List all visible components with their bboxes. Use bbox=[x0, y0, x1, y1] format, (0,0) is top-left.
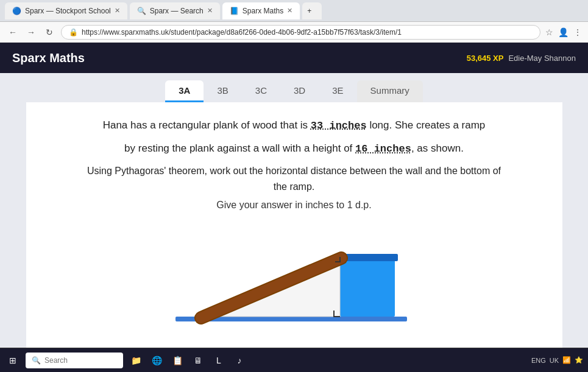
wall-rect bbox=[340, 257, 395, 317]
browser-tab-2[interactable]: 🔍 Sparx — Search ✕ bbox=[130, 2, 220, 19]
tab-3b[interactable]: 3B bbox=[204, 80, 241, 102]
profile-icon[interactable]: 👤 bbox=[558, 27, 569, 37]
user-info: 53,645 XP Edie-May Shannon bbox=[467, 54, 576, 63]
taskbar-browser[interactable]: 🌐 bbox=[149, 353, 165, 368]
tab-3d[interactable]: 3D bbox=[280, 80, 319, 102]
question-card: Hana has a rectangular plank of wood tha… bbox=[26, 102, 562, 348]
answer-prompt: Give your answer in inches to 1 d.p. bbox=[216, 200, 371, 211]
menu-icon[interactable]: ⋮ bbox=[573, 27, 582, 37]
forward-button[interactable]: → bbox=[24, 27, 38, 37]
taskbar-file-explorer[interactable]: 📁 bbox=[128, 353, 144, 368]
taskbar-right: ENG UK 📶 ⭐ bbox=[531, 356, 583, 364]
browser-tab-3[interactable]: 📘 Sparx Maths ✕ bbox=[222, 2, 300, 19]
highlight-16: 16 inches bbox=[355, 143, 411, 155]
bookmark-icon[interactable]: ☆ bbox=[545, 27, 553, 37]
taskbar-app2[interactable]: 🖥 bbox=[190, 353, 206, 368]
tab3-close[interactable]: ✕ bbox=[287, 7, 292, 15]
highlight-33: 33 inches bbox=[311, 120, 367, 132]
back-button[interactable]: ← bbox=[6, 27, 19, 37]
taskbar-app1[interactable]: 📋 bbox=[169, 353, 185, 368]
tab1-favicon: 🔵 bbox=[12, 7, 21, 15]
tab-3e[interactable]: 3E bbox=[319, 80, 356, 102]
xp-badge: 53,645 XP bbox=[467, 54, 504, 63]
address-input[interactable]: 🔒 https://www.sparxmaths.uk/student/pack… bbox=[61, 25, 540, 40]
sparx-header: Sparx Maths 53,645 XP Edie-May Shannon bbox=[0, 43, 588, 73]
tab3-label: Sparx Maths bbox=[243, 7, 283, 15]
taskbar-search-input[interactable] bbox=[44, 356, 118, 365]
tab3-favicon: 📘 bbox=[230, 7, 239, 15]
tab1-close[interactable]: ✕ bbox=[115, 7, 120, 15]
taskbar-battery: ⭐ bbox=[575, 356, 583, 364]
taskbar-app3[interactable]: L bbox=[211, 353, 227, 368]
sparx-logo: Sparx Maths bbox=[12, 51, 85, 65]
taskbar-app4[interactable]: ♪ bbox=[232, 353, 247, 368]
url-text: https://www.sparxmaths.uk/student/packag… bbox=[82, 28, 402, 37]
tab2-favicon: 🔍 bbox=[137, 7, 146, 15]
sparx-app: Sparx Maths 53,645 XP Edie-May Shannon 3… bbox=[0, 43, 588, 348]
taskbar-region: UK bbox=[550, 357, 559, 364]
taskbar-search[interactable]: 🔍 bbox=[26, 353, 123, 368]
tab-3c[interactable]: 3C bbox=[242, 80, 280, 102]
diagram-area bbox=[157, 220, 431, 336]
browser-tab-bar: 🔵 Sparx — Stockport School ✕ 🔍 Sparx — S… bbox=[0, 0, 588, 22]
taskbar-lang: ENG bbox=[531, 357, 546, 364]
windows-taskbar: ⊞ 🔍 📁 🌐 📋 🖥 L ♪ ENG UK 📶 ⭐ bbox=[0, 348, 588, 372]
question-line2: by resting the plank against a wall with… bbox=[124, 140, 464, 157]
tab2-close[interactable]: ✕ bbox=[207, 7, 213, 15]
ramp-diagram bbox=[157, 220, 431, 336]
username: Edie-May Shannon bbox=[508, 54, 576, 63]
start-button[interactable]: ⊞ bbox=[5, 353, 21, 368]
question-instruction: Using Pythagoras' theorem, work out the … bbox=[81, 163, 508, 194]
sparx-content: 3A 3B 3C 3D 3E Summary Hana has a rectan… bbox=[0, 73, 588, 348]
address-bar-row: ← → ↻ 🔒 https://www.sparxmaths.uk/studen… bbox=[0, 22, 588, 43]
tab-3a[interactable]: 3A bbox=[165, 80, 204, 102]
search-icon: 🔍 bbox=[32, 356, 41, 365]
tab-summary[interactable]: Summary bbox=[357, 80, 423, 102]
tab2-label: Sparx — Search bbox=[150, 7, 204, 15]
question-line1: Hana has a rectangular plank of wood tha… bbox=[103, 117, 486, 134]
new-tab-button[interactable]: + bbox=[302, 2, 322, 19]
tab1-label: Sparx — Stockport School bbox=[25, 7, 111, 15]
task-tabs: 3A 3B 3C 3D 3E Summary bbox=[165, 80, 422, 102]
taskbar-left: ⊞ 🔍 📁 🌐 📋 🖥 L ♪ bbox=[5, 353, 247, 368]
taskbar-wifi: 📶 bbox=[562, 356, 571, 364]
refresh-button[interactable]: ↻ bbox=[43, 27, 56, 37]
browser-tab-1[interactable]: 🔵 Sparx — Stockport School ✕ bbox=[5, 2, 127, 19]
